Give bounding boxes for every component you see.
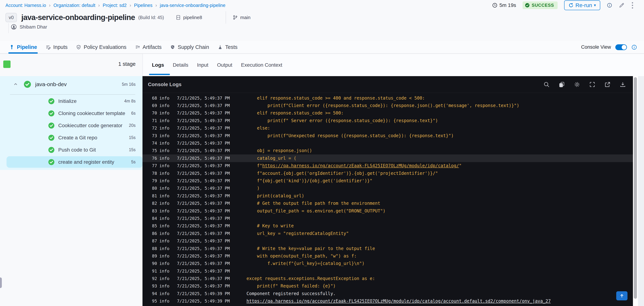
stage-tree: java-onb-dev 5m 16s Initialize 4m 8s Clo… [0,76,142,170]
open-in-new-icon[interactable] [604,81,611,88]
tab-input[interactable]: Input [197,62,208,68]
step-row[interactable]: Initialize 4m 8s [0,95,142,107]
log-text: elif response.status_code >= 400 and res… [246,96,425,101]
breadcrumb-project[interactable]: Project: sd2 [103,3,127,8]
stage-summary-row: 1 stage [0,54,142,76]
step-row[interactable]: create and register entity 5s [0,156,142,168]
breadcrumb-organization[interactable]: Organization: default [53,3,95,8]
log-row: 77 info 7/21/2025, 5:49:37 PM f"https://… [142,162,633,170]
step-duration: 6s [131,111,136,116]
breadcrumb-current-pipeline[interactable]: java-service-onboarding-pipeline [160,3,226,8]
info-icon[interactable] [631,44,637,50]
tab-logs[interactable]: Logs [152,62,164,68]
log-timestamp: 7/21/2025, 5:49:37 PM [177,254,230,258]
artifacts-icon [135,45,140,50]
log-level: info [159,96,174,101]
log-level: info [159,209,174,213]
log-timestamp: 7/21/2025, 5:49:37 PM [177,269,230,273]
log-lines[interactable]: 68 info 7/21/2025, 5:49:37 PM elif respo… [142,93,633,306]
tab-execution-context[interactable]: Execution Context [241,62,282,68]
fullscreen-icon[interactable] [589,81,596,88]
tab-policy-evaluations[interactable]: Policy Evaluations [76,44,126,50]
tab-supply-chain[interactable]: Supply Chain [170,44,209,50]
log-row: 73 info 7/21/2025, 5:49:37 PM print(f"Un… [142,132,633,139]
log-level: info [159,186,174,191]
triggered-by: Shibam Dhar [11,24,47,30]
stage-count-label: 1 stage [118,61,136,67]
copy-icon[interactable] [558,81,566,88]
log-level: info [159,201,174,206]
scrollbar-thumb[interactable] [634,77,637,299]
log-row: 69 info 7/21/2025, 5:49:37 PM print(f"Cl… [142,102,633,109]
settings-gear-icon[interactable] [574,81,581,88]
step-row[interactable]: Cookiecutter code generator 20s [0,119,142,132]
log-timestamp: 7/21/2025, 5:49:37 PM [177,216,230,221]
log-row: 82 info 7/21/2025, 5:49:37 PM # Get the … [142,199,633,207]
log-row: 85 info 7/21/2025, 5:49:37 PM # Key to w… [142,222,633,230]
breadcrumb-pipelines[interactable]: Pipelines [134,3,152,8]
branch-ref[interactable]: main [232,15,250,20]
breadcrumb-account[interactable]: Account: Harness.io [6,3,46,8]
step-duration: 4m 8s [124,99,136,104]
tab-output[interactable]: Output [217,62,232,68]
log-row: 84 info 7/21/2025, 5:49:37 PM [142,215,633,222]
log-row: 79 info 7/21/2025, 5:49:37 PM f"{obj.get… [142,177,633,184]
log-line-number: 83 [152,209,157,213]
log-timestamp: 7/21/2025, 5:49:37 PM [177,186,230,191]
log-line-number: 85 [152,223,157,228]
step-row[interactable]: Push code to Git 15s [0,144,142,156]
tab-details[interactable]: Details [173,62,188,68]
log-row: 70 info 7/21/2025, 5:49:37 PM elif respo… [142,109,633,117]
clock-icon [492,3,498,8]
log-row: 90 info 7/21/2025, 5:49:37 PM f.write(f"… [142,260,633,267]
step-row[interactable]: Create a Git repo 15s [0,132,142,144]
stage-status-square [3,61,10,68]
console-scrollbar[interactable] [633,76,638,306]
log-level: info [159,111,174,115]
log-line-number: 89 [152,254,157,258]
log-timestamp: 7/21/2025, 5:49:39 PM [177,291,230,296]
rerun-button[interactable]: Re-run ▾ [564,0,600,10]
step-duration: 20s [129,123,136,128]
build-id: (Build Id: 45) [138,15,164,20]
log-row: 71 info 7/21/2025, 5:49:37 PM print(f" S… [142,117,633,124]
step-duration: 5s [131,160,136,164]
log-row: 76 info 7/21/2025, 5:49:37 PM catalog_ur… [142,154,633,162]
panel-resize-handle[interactable] [0,277,2,288]
stage-row[interactable]: java-onb-dev 5m 16s [0,79,142,90]
search-icon[interactable] [543,81,550,88]
console-title: Console Logs [148,82,182,87]
edit-pencil-icon[interactable] [619,2,624,8]
refresh-icon [568,3,574,8]
info-icon[interactable] [607,3,612,8]
more-menu-icon[interactable] [631,2,634,9]
author-name: Shibam Dhar [20,24,47,30]
log-text: print(f" Request failed: {e}") [246,283,336,288]
log-tab-bar: Logs Details Input Output Execution Cont… [143,54,644,76]
scroll-to-top-button[interactable] [616,291,628,300]
step-row[interactable]: Cloning cookiecutter template 6s [0,107,142,119]
download-icon[interactable] [619,81,626,88]
tab-pipeline[interactable]: Pipeline [9,44,37,50]
tab-artifacts[interactable]: Artifacts [135,44,162,50]
log-text: print(f" Server error ({response.status_… [246,118,438,123]
log-level: info [159,163,174,168]
log-level: info [159,171,174,176]
pipeline-ref[interactable]: pipeline8 [176,15,202,20]
success-check-icon [48,134,55,141]
run-duration: 5m 19s [492,2,516,8]
chevron-up-icon[interactable] [13,82,18,87]
log-timestamp: 7/21/2025, 5:49:37 PM [177,111,230,115]
log-line-number: 82 [152,201,157,206]
tab-tests[interactable]: Tests [218,44,238,50]
log-text: output_file_path = os.environ.get("DRONE… [246,208,386,213]
success-check-icon [525,3,530,8]
step-duration: 15s [129,135,136,140]
log-line-number: 70 [152,111,157,115]
console-view-toggle[interactable] [615,44,627,50]
log-line-number: 80 [152,186,157,191]
log-timestamp: 7/21/2025, 5:49:37 PM [177,193,230,198]
log-text: except requests.exceptions.RequestExcept… [246,276,375,281]
step-duration: 15s [129,147,136,152]
tab-inputs[interactable]: Inputs [46,44,68,50]
